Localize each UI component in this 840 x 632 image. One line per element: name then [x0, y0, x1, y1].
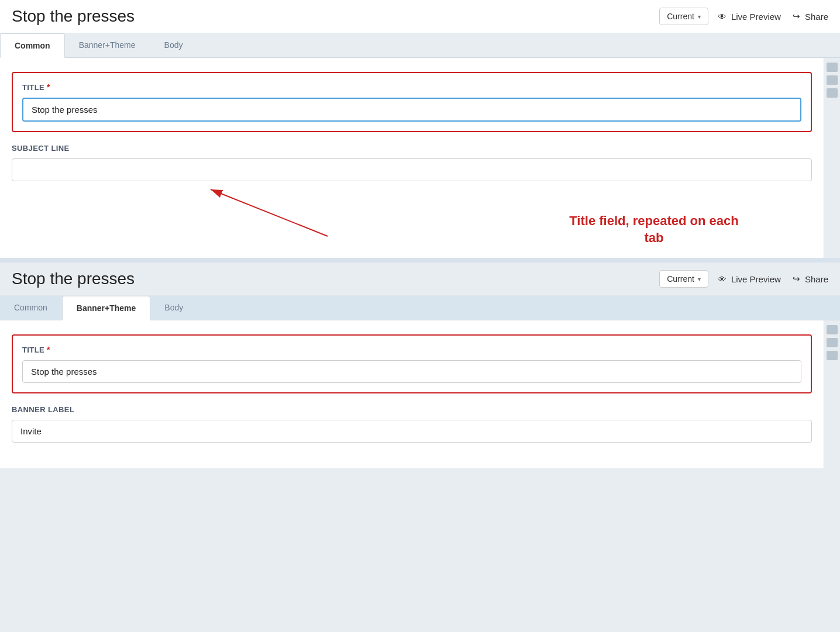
bottom-strip-bar-3: [827, 351, 838, 360]
bottom-version-label: Current: [667, 274, 694, 284]
chevron-down-icon: ▾: [698, 13, 701, 20]
bottom-banner-label: Banner Label: [12, 405, 812, 414]
bottom-live-preview-label: Live Preview: [731, 274, 781, 284]
version-dropdown[interactable]: Current ▾: [659, 8, 708, 25]
header-right-actions: 👁 Live Preview ↪ Share: [718, 11, 828, 22]
top-header: Stop the presses Current ▾ 👁 Live Previe…: [0, 0, 840, 33]
strip-bar-1: [827, 63, 838, 72]
top-subject-line-group: Subject Line: [12, 144, 812, 181]
top-title-required: *: [47, 82, 50, 92]
tab-common-top[interactable]: Common: [0, 33, 65, 58]
top-title-label: Title *: [22, 82, 801, 92]
bottom-title-required: *: [47, 345, 50, 354]
bottom-page-title: Stop the presses: [12, 270, 650, 288]
eye-icon: 👁: [718, 12, 727, 22]
top-title-input[interactable]: [22, 98, 801, 122]
annotation-text: Title field, repeated on each tab: [566, 213, 742, 246]
strip-bar-3: [827, 88, 838, 98]
top-right-strip: [824, 58, 840, 258]
top-subject-input[interactable]: [12, 158, 812, 181]
bottom-title-field-section: Title *: [12, 334, 812, 393]
bottom-banner-label-group: Banner Label: [12, 405, 812, 443]
bottom-title-label: Title *: [22, 345, 801, 354]
bottom-content-area: Title * Banner Label: [0, 320, 840, 468]
bottom-share-label: Share: [805, 274, 828, 284]
bottom-header: Stop the presses Current ▾ 👁 Live Previe…: [0, 263, 840, 296]
bottom-live-preview-button[interactable]: 👁 Live Preview: [718, 274, 781, 284]
bottom-chevron-down-icon: ▾: [698, 276, 701, 282]
bottom-right-strip: [824, 320, 840, 468]
version-label: Current: [667, 12, 694, 21]
share-icon: ↪: [793, 11, 800, 22]
bottom-strip-bar-1: [827, 325, 838, 334]
bottom-strip-bar-2: [827, 338, 838, 347]
tab-body-top[interactable]: Body: [150, 33, 198, 57]
bottom-banner-label-input[interactable]: [12, 420, 812, 443]
strip-bar-2: [827, 75, 838, 85]
panel-divider: [0, 258, 840, 263]
page-title: Stop the presses: [12, 7, 650, 26]
bottom-share-icon: ↪: [793, 274, 800, 284]
top-tabs-bar: Common Banner+Theme Body: [0, 33, 840, 58]
share-button[interactable]: ↪ Share: [793, 11, 828, 22]
bottom-share-button[interactable]: ↪ Share: [793, 274, 828, 284]
live-preview-button[interactable]: 👁 Live Preview: [718, 12, 781, 22]
top-content-area: Title * Subject Line: [0, 58, 840, 258]
share-label: Share: [805, 12, 828, 22]
top-title-field-section: Title *: [12, 72, 812, 132]
bottom-version-dropdown[interactable]: Current ▾: [659, 270, 708, 288]
bottom-tabs-bar: Common Banner+Theme Body: [0, 296, 840, 320]
tab-common-bottom[interactable]: Common: [0, 296, 62, 320]
top-subject-label: Subject Line: [12, 144, 812, 153]
tab-body-bottom[interactable]: Body: [150, 296, 198, 320]
tab-banner-theme-bottom[interactable]: Banner+Theme: [62, 296, 151, 320]
tab-banner-theme-top[interactable]: Banner+Theme: [65, 33, 150, 57]
bottom-content-body: Title * Banner Label: [0, 320, 824, 468]
live-preview-label: Live Preview: [731, 12, 781, 22]
bottom-title-input[interactable]: [22, 360, 801, 383]
annotation-area: Title field, repeated on each tab: [0, 207, 824, 258]
bottom-header-right-actions: 👁 Live Preview ↪ Share: [718, 274, 828, 284]
top-content-body: Title * Subject Line: [0, 58, 824, 207]
bottom-eye-icon: 👁: [718, 274, 727, 284]
